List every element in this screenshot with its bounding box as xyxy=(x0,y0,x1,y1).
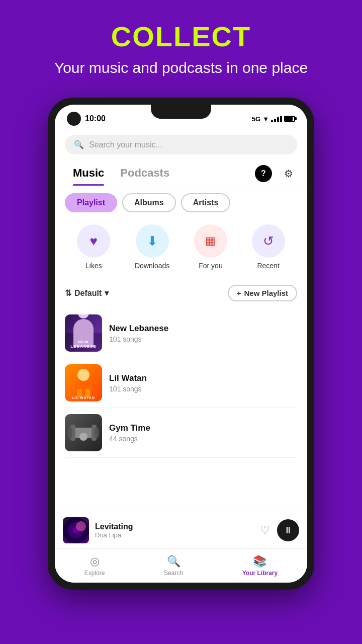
now-playing-artist: Dua Lipa xyxy=(95,531,254,539)
downloads-label: Downloads xyxy=(135,262,169,270)
hero-section: COLLECT Your music and podcasts in one p… xyxy=(0,0,362,88)
library-icon: 📚 xyxy=(253,555,266,568)
main-tabs: Music Podcasts ? ⚙ xyxy=(55,162,307,186)
plus-icon: + xyxy=(237,289,241,297)
battery-fill xyxy=(285,117,293,121)
bottom-nav: ◎ Explore 🔍 Search 📚 Your Library xyxy=(55,548,307,583)
network-label: 5G xyxy=(252,115,260,123)
thumb-leb-bg: NEWLEBANESE xyxy=(65,314,102,352)
svg-point-9 xyxy=(79,433,87,441)
svg-point-0 xyxy=(77,369,89,381)
signal-bar-4 xyxy=(280,116,282,122)
playlist-list: NEWLEBANESE New Lebanese 101 songs xyxy=(55,308,307,458)
foryou-label: For you xyxy=(199,262,222,270)
new-playlist-label: New Playlist xyxy=(244,289,288,297)
search-nav-icon: 🔍 xyxy=(167,555,180,568)
playlist-item-new-lebanese[interactable]: NEWLEBANESE New Lebanese 101 songs xyxy=(65,308,297,358)
playlist-count-gym-time: 44 songs xyxy=(109,435,150,443)
status-right: 5G ▼ xyxy=(252,115,295,123)
tab-music[interactable]: Music xyxy=(65,162,112,186)
battery-icon xyxy=(284,116,295,122)
signal-bar-3 xyxy=(277,117,279,122)
playlist-count-new-lebanese: 101 songs xyxy=(109,335,168,343)
pause-button[interactable]: ⏸ xyxy=(277,519,299,541)
now-playing-info: Levitating Dua Lipa xyxy=(95,522,254,539)
now-playing-bar[interactable]: Levitating Dua Lipa ♡ ⏸ xyxy=(55,512,307,548)
recent-label: Recent xyxy=(257,262,279,270)
nav-explore[interactable]: ◎ Explore xyxy=(84,555,105,577)
pill-tabs: Playlist Albums Artists xyxy=(55,186,307,219)
camera-dot xyxy=(67,112,81,126)
quick-downloads[interactable]: ⬇ Downloads xyxy=(135,224,169,270)
nav-search-label: Search xyxy=(164,570,183,577)
quick-likes[interactable]: ♥ Likes xyxy=(77,224,110,270)
foryou-icon-circle: ▦ xyxy=(194,224,227,258)
settings-button[interactable]: ⚙ xyxy=(280,165,297,182)
phone-frame: 10:00 5G ▼ 🔍 Search your music.. xyxy=(48,98,314,590)
download-icon: ⬇ xyxy=(147,233,158,249)
heart-icon: ♥ xyxy=(90,233,98,249)
pill-playlist[interactable]: Playlist xyxy=(65,193,117,212)
gym-figure-svg xyxy=(68,418,99,448)
playlist-info-lil-watan: Lil Watan 101 songs xyxy=(109,373,147,393)
nav-search[interactable]: 🔍 Search xyxy=(164,555,183,577)
recent-icon-circle: ↺ xyxy=(252,224,285,258)
sort-icon: ⇅ xyxy=(65,288,71,298)
signal-bar-1 xyxy=(271,120,273,122)
thumb-gym-bg xyxy=(65,414,102,451)
thumb-watan-bg: LIL WATAN xyxy=(65,364,102,401)
now-playing-thumb xyxy=(63,517,89,543)
foryou-icon: ▦ xyxy=(205,234,216,248)
quick-icons: ♥ Likes ⬇ Downloads ▦ For you ↺ R xyxy=(55,219,307,280)
recent-icon: ↺ xyxy=(263,233,274,249)
playlist-name-lil-watan: Lil Watan xyxy=(109,373,147,383)
help-button[interactable]: ? xyxy=(255,165,272,182)
quick-foryou[interactable]: ▦ For you xyxy=(194,224,227,270)
search-bar-wrap: 🔍 Search your music... xyxy=(55,130,307,162)
signal-bars xyxy=(271,115,282,122)
sort-label: Default xyxy=(74,289,102,298)
playlist-info-new-lebanese: New Lebanese 101 songs xyxy=(109,324,168,343)
likes-icon-circle: ♥ xyxy=(77,224,110,258)
pill-albums[interactable]: Albums xyxy=(122,193,176,212)
watan-figure-svg xyxy=(71,368,96,398)
playlist-thumb-lil-watan: LIL WATAN xyxy=(65,364,102,401)
now-playing-controls: ♡ ⏸ xyxy=(260,519,299,541)
new-playlist-button[interactable]: + New Playlist xyxy=(228,285,297,301)
wifi-icon: ▼ xyxy=(262,115,269,123)
downloads-icon-circle: ⬇ xyxy=(136,224,169,258)
signal-bar-2 xyxy=(274,119,276,122)
playlist-item-lil-watan[interactable]: LIL WATAN Lil Watan 101 songs xyxy=(65,358,297,408)
tab-podcasts[interactable]: Podcasts xyxy=(112,162,177,186)
search-icon: 🔍 xyxy=(74,140,84,149)
nav-library-label: Your Library xyxy=(242,570,278,577)
now-playing-art-svg xyxy=(63,517,89,543)
phone-notch xyxy=(151,105,211,119)
svg-point-13 xyxy=(76,521,86,531)
quick-recent[interactable]: ↺ Recent xyxy=(252,224,285,270)
sort-button[interactable]: ⇅ Default ▾ xyxy=(65,288,109,298)
playlist-item-gym-time[interactable]: Gym Time 44 songs xyxy=(65,408,297,458)
search-bar[interactable]: 🔍 Search your music... xyxy=(65,135,297,154)
hero-subtitle: Your music and podcasts in one place xyxy=(10,58,352,77)
playlist-header: ⇅ Default ▾ + New Playlist xyxy=(55,280,307,308)
explore-icon: ◎ xyxy=(90,555,100,568)
pill-artists[interactable]: Artists xyxy=(181,193,231,212)
status-time: 10:00 xyxy=(85,114,106,123)
svg-rect-7 xyxy=(68,428,72,438)
nav-your-library[interactable]: 📚 Your Library xyxy=(242,555,278,577)
heart-button[interactable]: ♡ xyxy=(260,524,270,537)
phone-screen: 10:00 5G ▼ 🔍 Search your music.. xyxy=(55,105,307,583)
svg-rect-8 xyxy=(95,428,99,438)
search-input-placeholder: Search your music... xyxy=(89,140,162,149)
playlist-name-new-lebanese: New Lebanese xyxy=(109,324,168,334)
hero-title: COLLECT xyxy=(10,20,352,53)
likes-label: Likes xyxy=(85,262,102,270)
playlist-count-lil-watan: 101 songs xyxy=(109,385,147,393)
tab-icons: ? ⚙ xyxy=(255,165,297,182)
nav-explore-label: Explore xyxy=(84,570,105,577)
person-head xyxy=(78,314,89,318)
playlist-thumb-new-lebanese: NEWLEBANESE xyxy=(65,314,102,352)
now-playing-title: Levitating xyxy=(95,522,254,531)
sort-chevron-icon: ▾ xyxy=(105,288,109,298)
